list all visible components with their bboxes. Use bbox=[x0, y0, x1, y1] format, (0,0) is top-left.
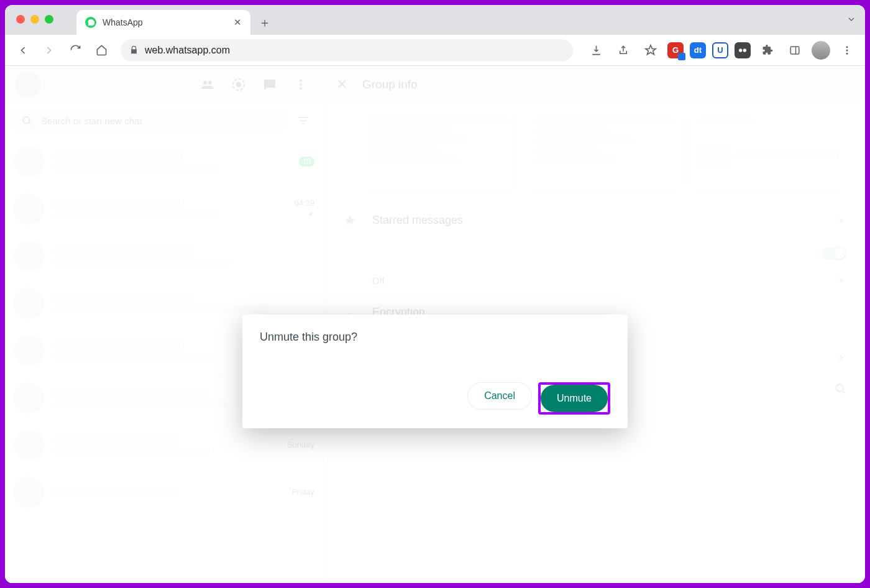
extension-icon[interactable]: dt bbox=[690, 42, 706, 58]
bookmark-star-icon[interactable] bbox=[640, 40, 661, 61]
svg-point-0 bbox=[739, 48, 742, 52]
svg-point-4 bbox=[846, 49, 848, 51]
new-tab-button[interactable]: ＋ bbox=[255, 13, 274, 32]
browser-toolbar: web.whatsapp.com G dt U bbox=[5, 35, 865, 66]
unmute-button[interactable]: Unmute bbox=[541, 385, 608, 412]
dialog-actions: Cancel Unmute bbox=[260, 382, 610, 415]
browser-window: WhatsApp ✕ ＋ web.whatsapp.com G dt U bbox=[5, 5, 865, 583]
url-text: web.whatsapp.com bbox=[145, 45, 230, 56]
extension-icon[interactable]: U bbox=[712, 42, 728, 58]
toolbar-right-icons: G dt U bbox=[585, 40, 858, 61]
share-icon[interactable] bbox=[613, 40, 634, 61]
tab-close-icon[interactable]: ✕ bbox=[234, 17, 242, 28]
page-content: 10 04:39 bbox=[5, 66, 865, 583]
address-bar[interactable]: web.whatsapp.com bbox=[121, 39, 573, 62]
svg-rect-2 bbox=[790, 47, 799, 54]
reload-button[interactable] bbox=[65, 40, 86, 61]
cancel-button[interactable]: Cancel bbox=[467, 382, 532, 410]
profile-avatar-icon[interactable] bbox=[812, 41, 830, 60]
forward-button[interactable] bbox=[39, 40, 60, 61]
dialog-title: Unmute this group? bbox=[260, 331, 610, 344]
tab-title: WhatsApp bbox=[103, 17, 143, 27]
window-controls bbox=[16, 15, 53, 24]
svg-point-1 bbox=[743, 48, 746, 52]
browser-menu-icon[interactable] bbox=[836, 40, 858, 61]
back-button[interactable] bbox=[12, 40, 34, 61]
extension-icon[interactable]: G bbox=[667, 42, 684, 58]
extension-icon[interactable] bbox=[735, 42, 751, 58]
sidepanel-icon[interactable] bbox=[784, 40, 805, 61]
lock-icon bbox=[129, 45, 139, 55]
tabs-dropdown-icon[interactable] bbox=[846, 14, 856, 24]
svg-point-5 bbox=[846, 52, 848, 54]
browser-tab[interactable]: WhatsApp ✕ bbox=[76, 10, 250, 35]
window-maximize-icon[interactable] bbox=[45, 15, 53, 24]
install-app-icon[interactable] bbox=[585, 40, 607, 61]
window-close-icon[interactable] bbox=[16, 15, 25, 24]
extensions-puzzle-icon[interactable] bbox=[757, 40, 778, 61]
tab-strip: WhatsApp ✕ ＋ bbox=[5, 5, 865, 35]
unmute-highlight: Unmute bbox=[538, 382, 610, 415]
whatsapp-favicon-icon bbox=[85, 17, 96, 28]
home-button[interactable] bbox=[91, 40, 112, 61]
svg-point-3 bbox=[846, 46, 848, 48]
window-minimize-icon[interactable] bbox=[30, 15, 39, 24]
unmute-dialog: Unmute this group? Cancel Unmute bbox=[242, 315, 628, 428]
